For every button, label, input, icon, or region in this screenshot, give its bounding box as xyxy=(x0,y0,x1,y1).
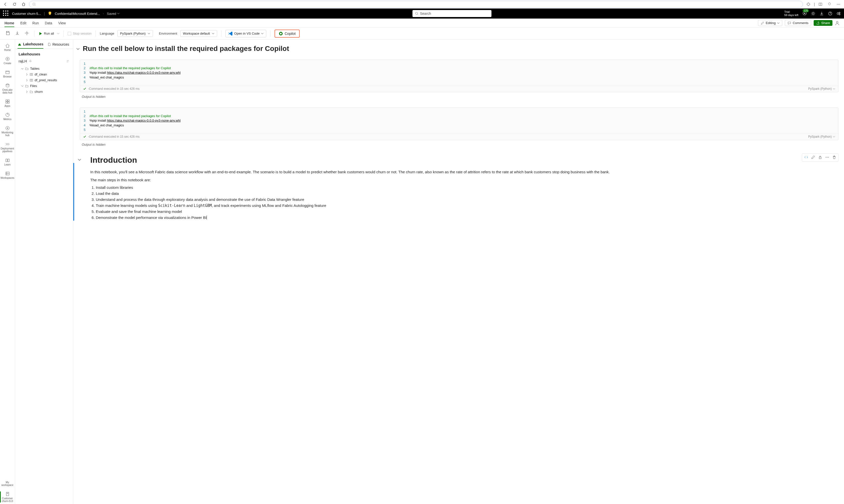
delete-icon[interactable] xyxy=(831,154,837,161)
rail-pipelines[interactable]: Deployment pipelines xyxy=(0,140,15,154)
language-select[interactable]: PySpark (Python) xyxy=(118,30,153,37)
chevron-down-icon[interactable] xyxy=(57,32,59,35)
open-vscode-button[interactable]: Open in VS Code xyxy=(226,30,266,37)
cell-language[interactable]: PySpark (Python) xyxy=(808,135,835,139)
run-all-button[interactable]: Run all xyxy=(38,32,54,36)
split-screen-icon[interactable] xyxy=(817,1,824,8)
search-icon xyxy=(415,12,418,15)
rail-apps[interactable]: Apps xyxy=(0,97,15,109)
file-icon xyxy=(48,43,51,46)
intro-paragraph: In this notebook, you'll see a Microsoft… xyxy=(90,169,610,175)
settings-icon[interactable] xyxy=(23,30,30,37)
back-button[interactable] xyxy=(2,1,9,8)
tab-run[interactable]: Run xyxy=(32,19,39,27)
svg-point-34 xyxy=(828,157,829,158)
convert-code-icon[interactable] xyxy=(803,154,809,161)
download-icon[interactable] xyxy=(820,11,824,16)
more-icon[interactable] xyxy=(824,154,830,161)
code-cell[interactable]: 12345 #Run this cell to install the requ… xyxy=(80,60,839,92)
environment-select[interactable]: Workspace default xyxy=(180,30,217,37)
step-item: Understand and process the data through … xyxy=(96,197,610,203)
stop-icon xyxy=(68,32,71,35)
rail-current-notebook[interactable]: Customer churn-513 xyxy=(0,490,15,504)
files-folder[interactable]: Files xyxy=(20,83,73,89)
collapse-section-icon[interactable] xyxy=(78,158,81,161)
vscode-icon xyxy=(228,31,233,36)
share-button[interactable]: Share xyxy=(814,20,832,26)
tables-folder[interactable]: Tables xyxy=(20,66,73,71)
download-icon[interactable] xyxy=(14,30,21,37)
output-hidden-label[interactable]: Output is hidden xyxy=(82,141,839,149)
copilot-button[interactable]: Copilot xyxy=(274,30,300,38)
extensions-icon[interactable] xyxy=(805,1,812,8)
rail-home[interactable]: Home xyxy=(0,42,15,53)
trial-status: Trial: 59 days left xyxy=(784,10,798,17)
edit-icon[interactable] xyxy=(810,154,816,161)
cell-language[interactable]: PySpark (Python) xyxy=(808,87,835,91)
editing-mode-button[interactable]: Editing xyxy=(758,20,783,26)
help-icon[interactable]: ? xyxy=(828,11,832,16)
file-folder-item[interactable]: churn xyxy=(24,89,73,94)
output-hidden-label[interactable]: Output is hidden xyxy=(82,93,839,102)
lakehouse-item[interactable]: rajLH xyxy=(15,58,73,65)
pin-icon[interactable] xyxy=(29,60,32,63)
comments-button[interactable]: Comments xyxy=(785,20,811,26)
rail-learn[interactable]: Learn xyxy=(0,156,15,167)
search-box[interactable]: Search xyxy=(412,10,491,17)
step-item: Train machine learning models using Scik… xyxy=(96,203,610,209)
save-status[interactable]: Saved xyxy=(107,12,120,16)
tab-view[interactable]: View xyxy=(58,19,66,27)
code-cell[interactable]: 12345 #Run this cell to install the requ… xyxy=(80,108,839,140)
table-item[interactable]: df_clean xyxy=(24,71,73,77)
explorer-tab-resources[interactable]: Resources xyxy=(48,42,69,48)
svg-point-12 xyxy=(839,12,840,13)
save-icon[interactable] xyxy=(4,30,11,37)
notebook-name[interactable]: Customer churn-5... xyxy=(12,12,41,16)
settings-icon[interactable] xyxy=(811,11,815,16)
chevron-right-icon xyxy=(25,91,28,93)
pencil-icon xyxy=(761,21,764,25)
confidentiality-label[interactable]: Confidential\Microsoft Extend... xyxy=(55,12,100,16)
markdown-cell[interactable]: Introduction In this notebook, you'll se… xyxy=(75,156,839,221)
swap-icon[interactable] xyxy=(66,59,69,63)
rail-monitoring[interactable]: Monitoring hub xyxy=(0,124,15,138)
notebook-canvas[interactable]: Run the cell below to install the requir… xyxy=(73,40,844,504)
step-item: Load the data xyxy=(96,191,610,197)
check-icon xyxy=(83,135,87,139)
chevron-right-icon xyxy=(25,73,28,76)
collapse-section-icon[interactable] xyxy=(76,47,80,51)
copilot-icon xyxy=(279,31,283,36)
favorites-icon[interactable] xyxy=(826,1,833,8)
lock-icon[interactable] xyxy=(817,154,823,161)
refresh-button[interactable] xyxy=(11,1,18,8)
table-item[interactable]: df_pred_results xyxy=(24,77,73,83)
svg-rect-19 xyxy=(6,71,9,74)
svg-point-8 xyxy=(812,13,814,15)
rail-create[interactable]: Create xyxy=(0,55,15,66)
notifications-button[interactable]: 125 xyxy=(802,11,807,16)
intro-paragraph: The main steps in this notebook are: xyxy=(90,177,610,183)
tab-home[interactable]: Home xyxy=(4,19,14,27)
account-icon[interactable] xyxy=(837,11,841,16)
rail-metrics[interactable]: Metrics xyxy=(0,111,15,122)
code-content[interactable]: #Run this cell to install the required p… xyxy=(90,109,181,132)
explorer-tab-lakehouses[interactable]: Lakehouses xyxy=(18,42,43,49)
chevron-down-icon xyxy=(261,32,264,35)
code-content[interactable]: #Run this cell to install the required p… xyxy=(90,61,181,84)
tab-edit[interactable]: Edit xyxy=(20,19,26,27)
rail-browse[interactable]: Browse xyxy=(0,68,15,79)
app-launcher-icon[interactable] xyxy=(3,11,9,17)
svg-point-17 xyxy=(280,33,282,34)
more-icon[interactable] xyxy=(835,1,842,8)
url-bar[interactable] xyxy=(29,1,803,8)
environment-label: Environment xyxy=(159,32,177,35)
persona-icon[interactable] xyxy=(835,21,840,25)
home-button[interactable] xyxy=(20,1,27,8)
ribbon-tabs: Home Edit Run Data View Editing Comments… xyxy=(0,19,844,28)
rail-onelake[interactable]: OneLake data hub xyxy=(0,82,15,95)
rail-my-workspace[interactable]: My workspace xyxy=(0,480,15,488)
table-icon xyxy=(30,78,33,82)
tab-data[interactable]: Data xyxy=(45,19,52,27)
rail-workspaces[interactable]: Workspaces xyxy=(0,169,15,181)
chevron-down-icon xyxy=(833,136,835,138)
